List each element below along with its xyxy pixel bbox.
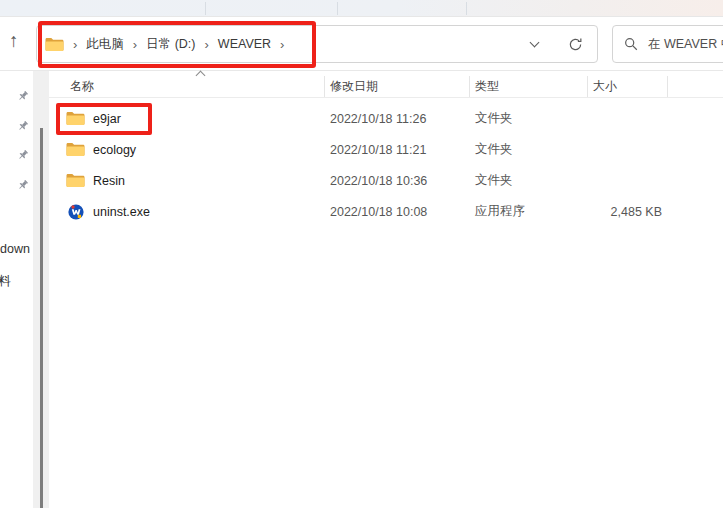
folder-icon [45, 37, 64, 52]
file-list: 名称 修改日期 类型 大小 e9jar [49, 71, 723, 508]
tab-divider [337, 2, 338, 15]
column-header[interactable]: 修改日期 [325, 76, 470, 97]
column-header[interactable]: 大小 [588, 76, 668, 97]
column-header[interactable]: 名称 [49, 76, 325, 97]
breadcrumb-item[interactable]: 此电脑 [86, 36, 124, 53]
nav-scrollbar-thumb[interactable] [40, 128, 43, 508]
folder-icon [66, 142, 85, 157]
file-explorer-window: ↑ ›此电脑›日常 (D:)›WEAVER › 在 WEAVE [0, 0, 723, 508]
pushpin-icon[interactable] [17, 147, 29, 165]
breadcrumb-item[interactable]: 日常 (D:) [146, 36, 195, 53]
folder-icon [66, 173, 85, 188]
type-cell: 文件夹 [470, 110, 588, 127]
search-input[interactable]: 在 WEAVER 中 [612, 25, 723, 63]
file-name: e9jar [93, 112, 121, 126]
file-name-cell[interactable]: Resin [49, 173, 325, 188]
chevron-down-icon[interactable] [530, 38, 540, 48]
pushpin-icon[interactable] [17, 118, 29, 136]
file-name: Resin [93, 174, 125, 188]
header-divider [49, 97, 723, 98]
file-row[interactable]: e9jar 2022/10/18 11:26 文件夹 [49, 103, 723, 134]
up-arrow-icon[interactable]: ↑ [9, 31, 19, 50]
breadcrumb-separator: › [73, 37, 77, 52]
breadcrumb-item[interactable]: WEAVER [218, 37, 271, 51]
column-headers: 名称 修改日期 类型 大小 [49, 76, 668, 97]
file-name: ecology [93, 143, 136, 157]
type-cell: 文件夹 [470, 172, 588, 189]
breadcrumb-separator: › [133, 37, 137, 52]
date-modified-cell: 2022/10/18 10:36 [325, 174, 470, 188]
nav-item-label[interactable]: down [0, 242, 30, 256]
file-row[interactable]: Resin 2022/10/18 10:36 文件夹 [49, 165, 723, 196]
file-row[interactable]: uninst.exe 2022/10/18 10:08 应用程序 2,485 K… [49, 196, 723, 227]
breadcrumb-separator: › [205, 37, 209, 52]
refresh-icon[interactable] [568, 37, 583, 52]
tab-divider [466, 2, 467, 15]
file-row[interactable]: ecology 2022/10/18 11:21 文件夹 [49, 134, 723, 165]
weaver-app-icon [66, 204, 85, 220]
type-cell: 文件夹 [470, 141, 588, 158]
column-header-label: 修改日期 [330, 78, 378, 95]
folder-icon [66, 111, 85, 126]
search-placeholder: 在 WEAVER 中 [648, 36, 723, 53]
window-tab-strip [0, 0, 723, 17]
search-icon [624, 37, 638, 51]
column-header-label: 大小 [593, 78, 617, 95]
nav-item-label[interactable]: 料 [0, 273, 11, 290]
breadcrumb: ›此电脑›日常 (D:)›WEAVER [64, 36, 271, 53]
file-name-cell[interactable]: ecology [49, 142, 325, 157]
file-name-cell[interactable]: uninst.exe [49, 204, 325, 220]
tab-divider [205, 2, 206, 15]
file-rows: e9jar 2022/10/18 11:26 文件夹 ecology [49, 103, 723, 227]
file-name-cell[interactable]: e9jar [49, 111, 325, 126]
column-header-label: 类型 [475, 78, 499, 95]
address-bar[interactable]: ›此电脑›日常 (D:)›WEAVER › [36, 25, 598, 63]
date-modified-cell: 2022/10/18 11:26 [325, 112, 470, 126]
date-modified-cell: 2022/10/18 10:08 [325, 205, 470, 219]
size-cell: 2,485 KB [588, 205, 668, 219]
column-header[interactable]: 类型 [470, 76, 588, 97]
pushpin-icon[interactable] [17, 177, 29, 195]
breadcrumb-separator: › [280, 37, 284, 52]
date-modified-cell: 2022/10/18 11:21 [325, 143, 470, 157]
file-name: uninst.exe [93, 205, 150, 219]
pushpin-icon[interactable] [17, 88, 29, 106]
navigation-pane: down料 [0, 71, 33, 508]
type-cell: 应用程序 [470, 203, 588, 220]
column-header-label: 名称 [70, 78, 94, 95]
nav-scrollbar[interactable] [33, 71, 49, 508]
